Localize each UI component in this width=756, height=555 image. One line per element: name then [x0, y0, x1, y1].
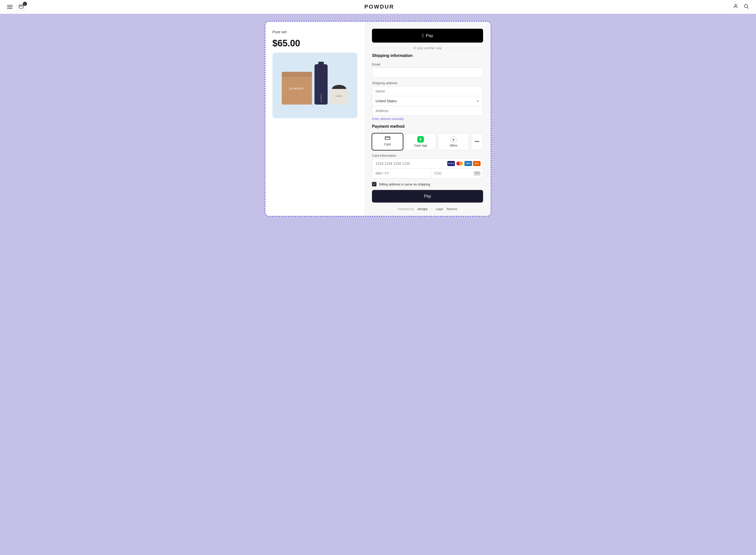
divider-right — [444, 48, 483, 48]
navbar: 0 POWDUR — [0, 0, 756, 14]
product-bottle: powdur — [314, 64, 328, 104]
powered-by-text: Powered by — [398, 207, 414, 211]
jar-label: powdur — [336, 95, 343, 97]
cart-button[interactable]: 0 — [17, 3, 26, 10]
expiry-input[interactable] — [372, 168, 431, 178]
address-input[interactable] — [372, 106, 483, 116]
brand-logo: POWDUR — [364, 3, 394, 10]
svg-point-2 — [734, 4, 737, 6]
cvc-icon — [473, 171, 480, 176]
menu-icon[interactable] — [7, 5, 13, 8]
left-panel: Pure set $65.00 powdur powdur — [265, 22, 364, 216]
divider-left — [372, 48, 411, 48]
payment-section: Payment method — [372, 124, 483, 130]
svg-line-4 — [747, 7, 749, 8]
address-fields: United States — [372, 86, 483, 116]
email-input[interactable] — [372, 68, 483, 78]
discover-logo: DISC — [473, 161, 480, 166]
apple-pay-button[interactable]:  Pay — [372, 29, 483, 43]
apple-icon:  — [422, 33, 424, 39]
bottle-label: powdur — [320, 93, 322, 102]
payment-tab-cashapp[interactable]: $ Cash App — [405, 133, 436, 150]
billing-checkbox[interactable]: ✓ — [372, 182, 376, 186]
svg-rect-5 — [385, 136, 390, 139]
legal-link[interactable]: Legal — [436, 207, 443, 211]
account-icon[interactable] — [733, 3, 739, 10]
shipping-title: Shipping information — [372, 53, 483, 58]
svg-rect-0 — [19, 5, 23, 8]
pay-button[interactable]: Pay — [372, 190, 483, 203]
card-expiry-cvc — [372, 168, 483, 178]
visa-logo: VISA — [447, 161, 455, 166]
page-wrapper: Pure set $65.00 powdur powdur — [0, 14, 756, 227]
affirm-tab-label: Affirm — [450, 144, 457, 147]
product-box: powdur — [282, 72, 312, 104]
stripe-logo: stripe — [417, 207, 428, 211]
card-tab-icon — [385, 136, 390, 141]
product-jar-wrap: powdur — [330, 87, 348, 104]
card-logos: VISA AMEX DISC — [447, 161, 480, 166]
footer-divider: | — [431, 207, 432, 211]
cashapp-icon: $ — [417, 136, 424, 142]
product-name: Pure set — [272, 30, 358, 34]
billing-label: Billing address is same as shipping — [379, 182, 430, 186]
mastercard-logo — [456, 161, 463, 166]
payment-tabs: Card $ Cash App a Affirm ••• — [372, 133, 483, 150]
amex-logo: AMEX — [464, 161, 472, 166]
box-label: powdur — [289, 86, 304, 90]
payment-title: Payment method — [372, 124, 483, 129]
product-price: $65.00 — [272, 38, 358, 49]
cart-badge: 0 — [23, 2, 27, 6]
affirm-icon: a — [450, 136, 457, 142]
checkout-footer: Powered by stripe | Legal Returns — [372, 206, 483, 211]
navbar-right — [733, 3, 749, 10]
billing-checkbox-row: ✓ Billing address is same as shipping — [372, 182, 483, 186]
shipping-address-group: Shipping address United States Enter add… — [372, 81, 483, 121]
svg-point-3 — [745, 4, 748, 7]
payment-tab-affirm[interactable]: a Affirm — [438, 133, 469, 150]
divider-text: Or pay another way — [413, 46, 442, 50]
enter-address-manually-link[interactable]: Enter address manually — [372, 117, 483, 121]
cashapp-tab-label: Cash App — [414, 144, 427, 147]
shipping-address-label: Shipping address — [372, 81, 483, 85]
product-illustration: powdur powdur powdur — [278, 64, 352, 106]
shipping-section: Shipping information — [372, 53, 483, 59]
card-info-label: Card information — [372, 154, 483, 158]
email-group: Email — [372, 62, 483, 78]
svg-rect-1 — [19, 6, 23, 6]
card-number-wrap: VISA AMEX DISC — [372, 159, 483, 168]
cvc-wrap — [431, 168, 483, 178]
jar-lid — [332, 85, 346, 89]
card-info-section: Card information VISA AMEX DISC — [372, 154, 483, 178]
payment-tab-more[interactable]: ••• — [471, 133, 483, 150]
more-icon: ••• — [475, 139, 479, 144]
email-label: Email — [372, 62, 483, 66]
payment-tab-card[interactable]: Card — [372, 133, 403, 150]
navbar-left: 0 — [7, 3, 26, 10]
apple-pay-label: Pay — [426, 33, 433, 38]
country-select[interactable]: United States — [372, 96, 483, 106]
search-icon[interactable] — [743, 3, 749, 10]
svg-rect-8 — [475, 173, 479, 173]
checkout-card: Pure set $65.00 powdur powdur — [265, 21, 491, 217]
product-image: powdur powdur powdur — [272, 53, 358, 118]
product-jar: powdur — [330, 87, 348, 104]
name-input[interactable] — [372, 86, 483, 96]
returns-link[interactable]: Returns — [447, 207, 457, 211]
right-panel:  Pay Or pay another way Shipping inform… — [364, 22, 491, 216]
divider-row: Or pay another way — [372, 46, 483, 50]
card-tab-label: Card — [384, 142, 391, 146]
